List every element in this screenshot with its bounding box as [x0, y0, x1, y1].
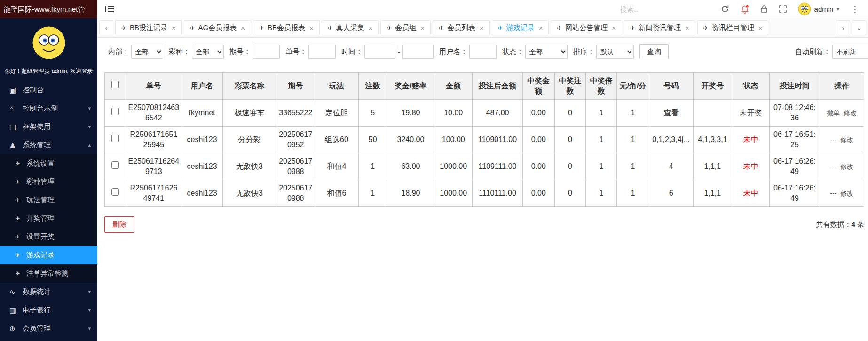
cell-odds: 63.00 — [387, 153, 434, 180]
tab-member-group[interactable]: ✈会员组× — [380, 20, 431, 35]
fullscreen-icon[interactable] — [779, 5, 787, 13]
leaf-icon: ✈ — [15, 233, 26, 240]
user-menu[interactable]: admin ▾ — [798, 2, 839, 16]
tab-close-icon[interactable]: × — [369, 24, 373, 32]
sort-filter-select[interactable]: 默认 — [596, 45, 634, 59]
internal-filter-label: 内部： — [108, 48, 129, 56]
tab-close-icon[interactable]: × — [480, 24, 484, 32]
summary-suffix: 条 — [855, 220, 864, 228]
tabs-dropdown-icon[interactable]: ⌄ — [852, 20, 866, 35]
sidebar-subitem-set-draw[interactable]: ✈设置开奖 — [0, 228, 97, 246]
search-input[interactable] — [620, 5, 695, 13]
cell-win_amount: 0.00 — [522, 100, 554, 127]
action-cancel[interactable]: --- — [830, 190, 836, 197]
action-edit[interactable]: 修改 — [844, 109, 857, 117]
sidebar-item-e-bank[interactable]: ▥电子银行▾ — [0, 301, 97, 319]
action-cancel[interactable]: --- — [830, 136, 836, 143]
tab-close-icon[interactable]: × — [685, 24, 689, 32]
cell-bet-time: 07-08 12:46:36 — [770, 100, 820, 127]
tab-live-collect[interactable]: ✈真人采集× — [322, 20, 379, 35]
tab-news-category[interactable]: ✈资讯栏目管理× — [697, 20, 769, 35]
cell-amount: 1000.00 — [434, 180, 473, 207]
cell-after_amount: 487.00 — [473, 100, 522, 127]
cell-issue: 202506170988 — [276, 180, 315, 207]
tab-member-list[interactable]: ✈会员列表× — [433, 20, 490, 35]
cell-play: 组选60 — [315, 127, 358, 153]
tab-news-manage[interactable]: ✈新闻资讯管理× — [624, 20, 695, 35]
view-numbers-link[interactable]: 查看 — [663, 109, 679, 117]
auto-refresh-select[interactable]: 不刷新 — [832, 45, 868, 59]
row-checkbox[interactable] — [111, 161, 119, 169]
search-button[interactable]: 查询 — [639, 44, 669, 59]
cell-odds: 19.80 — [387, 100, 434, 127]
action-edit[interactable]: 修改 — [840, 136, 853, 143]
cell-issue: 33655222 — [276, 100, 315, 127]
time-start-input[interactable] — [364, 45, 395, 59]
tab-close-icon[interactable]: × — [758, 24, 763, 32]
tab-close-icon[interactable]: × — [172, 24, 176, 32]
sidebar-item-framework[interactable]: ▤框架使用▾ — [0, 118, 97, 136]
action-cancel[interactable]: --- — [830, 163, 836, 170]
sidebar-subitem-draw-manage[interactable]: ✈开奖管理 — [0, 209, 97, 228]
row-checkbox[interactable] — [111, 135, 119, 142]
table-row: E250708124636542fkymnet极速赛车33655222定位胆51… — [105, 100, 864, 127]
row-select-cell — [105, 127, 126, 153]
home-icon: ⌂ — [9, 104, 21, 112]
sidebar-item-system[interactable]: ♟系统管理▴ — [0, 136, 97, 154]
lock-icon[interactable] — [760, 5, 768, 13]
table-footer: 删除 共有数据：4 条 — [104, 216, 864, 233]
refresh-icon[interactable] — [721, 5, 729, 13]
sidebar-item-label: 数据统计 — [23, 287, 88, 296]
sidebar-subitem-lottery-manage[interactable]: ✈彩种管理 — [0, 173, 97, 191]
tabs-scroll-left-icon[interactable]: ‹ — [99, 20, 113, 35]
status-filter-select[interactable]: 全部 — [525, 45, 568, 59]
delete-button[interactable]: 删除 — [104, 216, 134, 233]
cell-win_amount: 0.00 — [522, 153, 554, 180]
cell-bet-time: 06-17 16:26:49 — [770, 153, 820, 180]
sidebar-subitem-order-anomaly[interactable]: ✈注单异常检测 — [0, 264, 97, 283]
sidebar-item-console[interactable]: ▣控制台 — [0, 81, 97, 99]
sidebar-subitem-label: 注单异常检测 — [26, 269, 69, 278]
issue-input[interactable] — [253, 45, 280, 59]
sidebar-subitem-system-settings[interactable]: ✈系统设置 — [0, 154, 97, 173]
sidebar-item-members[interactable]: ⊕会员管理▾ — [0, 319, 97, 338]
tab-bb-member-report[interactable]: ✈BB会员报表× — [253, 20, 320, 35]
cell-order_no: E250617162649713 — [126, 153, 181, 180]
row-checkbox[interactable] — [111, 108, 119, 115]
column-header: 期号 — [276, 73, 315, 100]
notification-bell-icon[interactable] — [741, 5, 749, 14]
tab-game-records[interactable]: ✈游戏记录× — [492, 20, 549, 35]
tab-label: AG会员报表 — [198, 24, 237, 32]
tab-site-announcement[interactable]: ✈网站公告管理× — [551, 20, 622, 35]
table-body: E250708124636542fkymnet极速赛车33655222定位胆51… — [105, 100, 864, 207]
tab-close-icon[interactable]: × — [539, 24, 543, 32]
leaf-icon: ✈ — [15, 197, 26, 204]
time-end-input[interactable] — [402, 45, 434, 59]
tab-ag-member-report[interactable]: ✈AG会员报表× — [184, 20, 251, 35]
order-input[interactable] — [308, 45, 336, 59]
tab-close-icon[interactable]: × — [420, 24, 425, 32]
cell-username: ceshi123 — [181, 127, 222, 153]
collapse-sidebar-icon[interactable] — [105, 5, 114, 13]
tab-close-icon[interactable]: × — [612, 24, 616, 32]
select-all-checkbox[interactable] — [111, 81, 119, 88]
tabs-scroll-right-icon[interactable]: › — [836, 20, 850, 35]
more-options-icon[interactable]: ⋮ — [851, 5, 860, 14]
action-cancel[interactable]: 撤单 — [827, 109, 840, 117]
tab-close-icon[interactable]: × — [241, 24, 245, 32]
cell-actions: ---修改 — [820, 153, 864, 180]
tab-close-icon[interactable]: × — [309, 24, 314, 32]
sidebar-item-data-stats[interactable]: ∿数据统计▾ — [0, 283, 97, 301]
action-edit[interactable]: 修改 — [840, 190, 853, 197]
sidebar-subitem-game-records[interactable]: ✈游戏记录 — [0, 246, 97, 264]
lottery-filter-select[interactable]: 全部 — [192, 45, 224, 59]
username-input[interactable] — [469, 45, 497, 59]
sidebar-subitem-play-manage[interactable]: ✈玩法管理 — [0, 191, 97, 209]
cell-after_amount: 1109011.00 — [473, 127, 522, 153]
tab-bb-bet-records[interactable]: ✈BB投注记录× — [115, 20, 182, 35]
cell-win_multiple: 1 — [586, 127, 617, 153]
row-checkbox[interactable] — [111, 188, 119, 196]
action-edit[interactable]: 修改 — [840, 163, 853, 170]
internal-filter-select[interactable]: 全部 — [131, 45, 163, 59]
sidebar-item-console-demo[interactable]: ⌂控制台示例▾ — [0, 99, 97, 118]
